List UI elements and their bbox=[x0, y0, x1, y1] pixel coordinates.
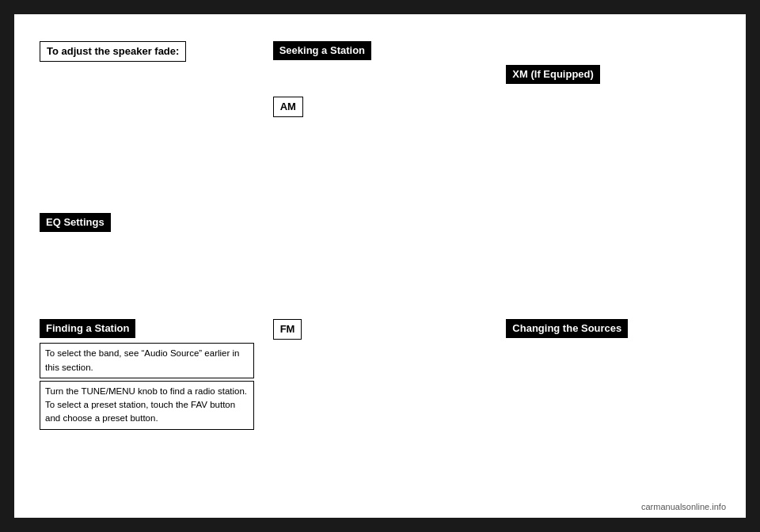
top-center-section: Seeking a Station AM bbox=[273, 33, 488, 189]
speaker-fade-header: To adjust the speaker fade: bbox=[40, 41, 186, 62]
watermark: carmanualsonline.info bbox=[641, 502, 726, 511]
main-layout: To adjust the speaker fade: Seeking a St… bbox=[40, 33, 720, 499]
am-header: AM bbox=[273, 97, 303, 117]
mid-center-section bbox=[273, 189, 488, 304]
finding-station-text1: To select the band, see “Audio Source” e… bbox=[40, 343, 254, 378]
eq-settings-header: EQ Settings bbox=[40, 213, 111, 232]
top-left-section: To adjust the speaker fade: bbox=[40, 33, 254, 189]
top-right-section: XM (If Equipped) bbox=[506, 33, 720, 189]
bottom-center-section: FM bbox=[273, 303, 488, 499]
page-content: To adjust the speaker fade: Seeking a St… bbox=[14, 14, 746, 518]
changing-sources-header: Changing the Sources bbox=[506, 319, 628, 338]
finding-station-text2: Turn the TUNE/MENU knob to find a radio … bbox=[40, 381, 254, 430]
seeking-station-header: Seeking a Station bbox=[273, 41, 371, 60]
xm-header: XM (If Equipped) bbox=[506, 65, 600, 84]
finding-station-header: Finding a Station bbox=[40, 319, 135, 338]
fm-header: FM bbox=[273, 319, 302, 340]
bottom-right-section: Changing the Sources bbox=[506, 303, 720, 499]
mid-left-section: EQ Settings bbox=[40, 189, 254, 304]
bottom-left-section: Finding a Station To select the band, se… bbox=[40, 303, 254, 499]
